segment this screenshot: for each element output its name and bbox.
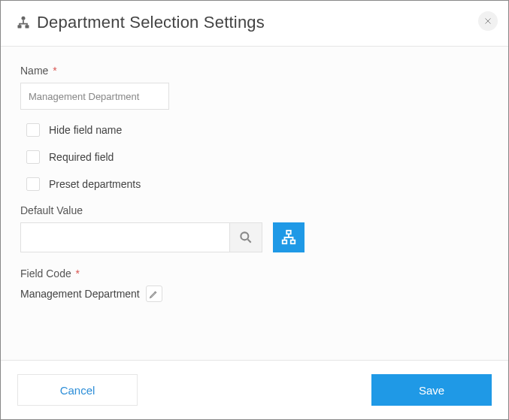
preset-departments-row: Preset departments	[26, 177, 489, 191]
name-field-group: Name *	[20, 65, 489, 110]
close-button[interactable]	[478, 11, 498, 31]
default-value-input[interactable]	[20, 222, 229, 252]
field-code-value: Management Department	[20, 288, 140, 300]
edit-field-code-button[interactable]	[146, 286, 162, 302]
pencil-icon	[149, 289, 159, 299]
dialog: Department Selection Settings Name * Hid…	[0, 0, 509, 420]
hide-field-name-row: Hide field name	[26, 123, 489, 137]
svg-rect-4	[286, 231, 291, 234]
required-field-label: Required field	[49, 151, 114, 163]
required-marker: *	[53, 65, 56, 77]
dialog-header: Department Selection Settings	[1, 1, 508, 47]
svg-rect-1	[18, 25, 22, 28]
required-field-row: Required field	[26, 150, 489, 164]
dialog-title: Department Selection Settings	[37, 13, 265, 32]
hide-field-name-label: Hide field name	[49, 124, 122, 136]
svg-point-0	[22, 17, 26, 20]
default-value-group: Default Value	[20, 204, 489, 252]
svg-rect-2	[26, 25, 29, 28]
preset-departments-label: Preset departments	[49, 178, 141, 190]
search-button[interactable]	[229, 222, 262, 252]
hide-field-name-checkbox[interactable]	[26, 123, 40, 137]
default-value-label: Default Value	[20, 204, 489, 216]
cancel-button-label: Cancel	[60, 384, 95, 397]
save-button-label: Save	[419, 384, 444, 397]
field-code-label-text: Field Code	[20, 267, 71, 279]
field-code-row: Management Department	[20, 286, 489, 302]
default-value-row	[20, 222, 489, 252]
name-label: Name *	[20, 65, 489, 77]
preset-departments-checkbox[interactable]	[26, 177, 40, 191]
dialog-footer: Cancel Save	[1, 360, 508, 419]
search-icon	[238, 230, 253, 245]
svg-rect-5	[283, 240, 287, 244]
org-tree-icon	[16, 15, 31, 30]
org-chart-icon	[280, 229, 297, 246]
required-field-checkbox[interactable]	[26, 150, 40, 164]
field-code-label: Field Code *	[20, 267, 489, 279]
org-picker-button[interactable]	[273, 222, 304, 252]
dialog-body: Name * Hide field name Required field Pr…	[1, 47, 508, 360]
cancel-button[interactable]: Cancel	[17, 374, 138, 406]
name-label-text: Name	[20, 65, 48, 77]
name-input[interactable]	[20, 83, 169, 110]
required-marker: *	[76, 267, 80, 279]
svg-point-3	[241, 232, 248, 240]
save-button[interactable]: Save	[371, 374, 492, 406]
field-code-group: Field Code * Management Department	[20, 267, 489, 302]
svg-rect-6	[291, 240, 295, 244]
